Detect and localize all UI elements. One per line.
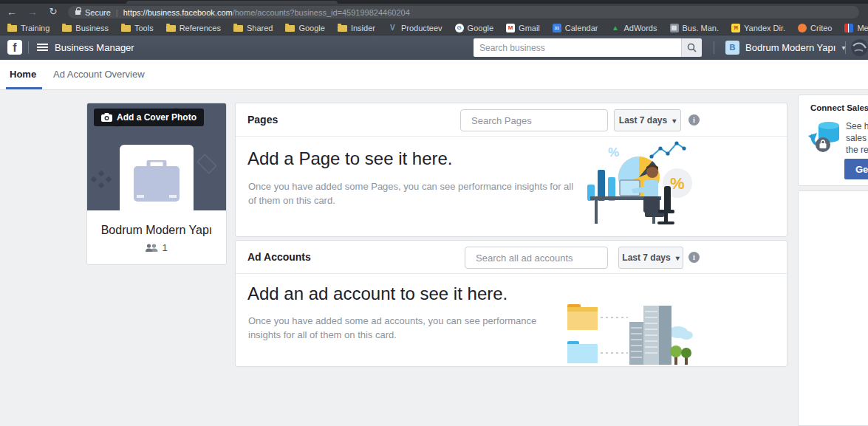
lock-icon <box>75 10 81 15</box>
search-ad-accounts-input[interactable] <box>476 252 606 264</box>
bookmark-item[interactable]: G Google <box>455 24 493 32</box>
bookmark-item[interactable]: 31 Calendar <box>553 24 598 32</box>
cover-pattern <box>197 154 217 174</box>
adwords-icon: ▲ <box>610 24 620 32</box>
connect-sales-body: See ho sales o the real <box>846 120 868 156</box>
chevron-down-icon: ▾ <box>676 254 680 262</box>
refresh-icon[interactable]: ↻ <box>44 4 62 21</box>
bookmark-item[interactable]: Business <box>62 24 109 32</box>
pages-empty-title: Add a Page to see it here. <box>247 148 453 169</box>
menu-icon[interactable] <box>37 44 48 52</box>
ad-accounts-card-header: Ad Accounts Last 7 days ▾ i <box>236 241 787 274</box>
forward-icon[interactable]: → <box>24 4 41 21</box>
pages-card-header: Pages Last 7 days ▾ i <box>236 103 787 137</box>
bookmark-item[interactable]: ▲ AdWords <box>610 24 657 32</box>
svg-text:%: % <box>670 174 685 193</box>
header-divider <box>28 41 29 54</box>
info-icon[interactable]: i <box>688 114 700 126</box>
business-badge: B <box>725 41 739 55</box>
active-tab-underline <box>6 87 42 89</box>
business-profile-card: Add a Cover Photo Bodrum Modern Yapı <box>86 103 227 265</box>
header-divider <box>714 41 714 54</box>
bookmark-item[interactable]: Tools <box>121 24 154 32</box>
info-icon[interactable]: i <box>688 252 700 263</box>
sales-sync-icon <box>807 120 844 155</box>
secure-label: Secure <box>85 8 111 17</box>
ad-accounts-empty-illustration <box>566 300 693 365</box>
ad-accounts-search <box>465 247 608 269</box>
ad-accounts-empty-body: Once you have added some ad accounts, yo… <box>248 315 544 343</box>
app-title: Business Manager <box>55 35 134 60</box>
producteev-icon: V <box>388 24 397 32</box>
bookmark-item[interactable]: Я Yandex Dir. <box>731 24 785 32</box>
user-avatar[interactable] <box>851 39 868 56</box>
business-search <box>474 38 702 57</box>
back-icon[interactable]: ← <box>3 4 21 21</box>
add-cover-photo-button[interactable]: Add a Cover Photo <box>94 109 204 126</box>
url-host: https://business.facebook.com <box>123 8 233 17</box>
bookmark-item[interactable]: Criteo <box>798 24 832 32</box>
pages-empty-body: Once you have added some Pages, you can … <box>248 180 581 208</box>
business-profile-name: Bodrum Modern Yapı <box>87 224 226 237</box>
business-switcher[interactable]: B Bodrum Modern Yapı ▾ <box>725 35 845 60</box>
pages-empty-illustration: % % <box>581 137 692 227</box>
tab-ad-account-overview[interactable]: Ad Account Overview <box>53 60 145 89</box>
people-icon <box>146 244 158 252</box>
header-divider <box>845 41 846 54</box>
ad-accounts-card: Ad Accounts Last 7 days ▾ i Add an ad ac… <box>235 240 787 367</box>
search-button[interactable] <box>681 38 702 57</box>
search-business-input[interactable] <box>474 38 681 57</box>
bookmark-item[interactable]: Shared <box>233 24 273 32</box>
ad-accounts-card-title: Ad Accounts <box>247 241 311 274</box>
folder-icon <box>338 25 347 32</box>
bookmark-item[interactable]: Insider <box>338 24 375 32</box>
business-manager-icon: ▤ <box>670 24 679 32</box>
facebook-header: f Business Manager B Bodrum Modern Yapı … <box>0 35 868 60</box>
criteo-icon <box>798 24 807 32</box>
connect-sales-title: Connect Sales to <box>810 103 868 112</box>
people-count-row: 1 <box>87 242 226 253</box>
folder-icon <box>121 25 131 32</box>
pages-card-title: Pages <box>247 103 278 137</box>
pages-card: Pages Last 7 days ▾ i Add a Page to see … <box>235 103 787 237</box>
pages-date-range-button[interactable]: Last 7 days ▾ <box>614 109 681 131</box>
pages-search <box>460 109 608 131</box>
folder-icon <box>7 25 17 32</box>
get-started-button[interactable]: Get S <box>844 159 868 179</box>
bookmark-item[interactable]: V Producteev <box>388 24 442 32</box>
url-path: /home/accounts?business_id=4591998244602… <box>233 8 410 17</box>
briefcase-icon <box>132 160 181 203</box>
connect-sales-card: Connect Sales to See ho sales o the real… <box>798 95 868 186</box>
folder-icon <box>233 25 243 32</box>
facebook-logo-icon[interactable]: f <box>7 40 22 55</box>
address-bar[interactable]: Secure | https://business.facebook.com/h… <box>68 6 859 18</box>
ad-accounts-date-range-button[interactable]: Last 7 days ▾ <box>618 247 683 269</box>
search-icon <box>687 43 697 52</box>
people-count: 1 <box>162 242 167 253</box>
page-tab-bar: Home Ad Account Overview <box>0 60 868 90</box>
cover-photo-area: Add a Cover Photo <box>87 103 226 210</box>
chevron-down-icon: ▾ <box>672 117 676 125</box>
bookmark-item[interactable]: Google <box>285 24 324 32</box>
browser-toolbar: ← → ↻ Secure | https://business.facebook… <box>0 4 868 21</box>
omnibox-divider: | <box>116 8 118 17</box>
ad-accounts-empty-title: Add an ad account to see it here. <box>247 284 508 304</box>
business-avatar[interactable] <box>120 145 194 210</box>
camera-icon <box>101 113 112 122</box>
bookmark-item[interactable]: ▤ Bus. Man. <box>670 24 720 32</box>
globe-avatar-icon <box>851 39 868 56</box>
folder-icon <box>285 25 295 32</box>
search-pages-input[interactable] <box>471 115 601 126</box>
tab-home[interactable]: Home <box>10 60 36 89</box>
right-rail-panel <box>798 190 868 426</box>
folder-icon <box>166 25 176 32</box>
google-icon: G <box>455 24 464 32</box>
bookmark-item[interactable]: M Gmail <box>506 24 540 32</box>
folder-icon <box>62 25 72 32</box>
bookmark-item[interactable]: References <box>166 24 221 32</box>
business-name: Bodrum Modern Yapı <box>745 42 835 53</box>
bookmark-item[interactable]: Training <box>7 24 49 32</box>
svg-text:%: % <box>608 145 619 159</box>
bookmark-item[interactable]: Metrica <box>844 24 868 32</box>
metrica-icon <box>844 24 853 32</box>
